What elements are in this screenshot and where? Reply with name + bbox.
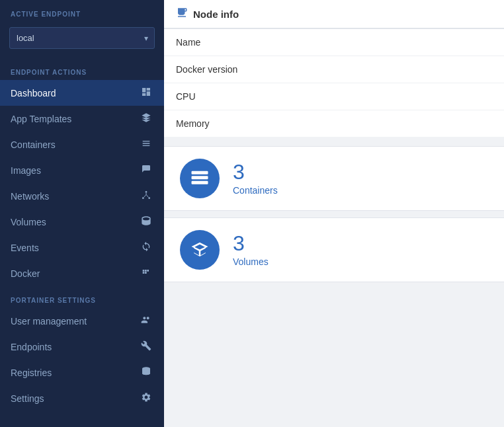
node-info-name-label: Name <box>176 37 200 48</box>
endpoint-select[interactable]: local <box>9 27 155 49</box>
svg-point-2 <box>148 197 150 199</box>
sidebar-item-dashboard[interactable]: Dashboard <box>0 80 164 106</box>
docker-icon <box>139 267 153 280</box>
sidebar-item-containers[interactable]: Containers <box>0 132 164 157</box>
images-label: Images <box>11 165 41 176</box>
volumes-label: Volumes <box>11 217 46 227</box>
containers-count: 3 <box>233 161 278 182</box>
node-info-icon <box>176 7 188 21</box>
sidebar: ACTIVE ENDPOINT local ENDPOINT ACTIONS D… <box>0 0 164 427</box>
events-icon <box>139 241 153 254</box>
svg-point-0 <box>146 191 147 193</box>
sidebar-item-networks[interactable]: Networks <box>0 183 164 209</box>
node-info-memory-label: Memory <box>176 118 210 129</box>
svg-point-1 <box>142 197 144 199</box>
docker-label: Docker <box>11 268 40 279</box>
settings-icon <box>139 392 153 405</box>
sidebar-item-volumes[interactable]: Volumes <box>0 209 164 235</box>
registries-icon <box>139 366 153 379</box>
endpoints-label: Endpoints <box>11 342 52 352</box>
sidebar-item-endpoints[interactable]: Endpoints <box>0 334 164 360</box>
svg-rect-4 <box>192 171 208 175</box>
user-management-label: User management <box>11 316 87 327</box>
node-info-title: Node info <box>193 9 239 20</box>
volumes-count: 3 <box>233 233 269 254</box>
volumes-stat-icon <box>180 230 220 270</box>
containers-stat-icon <box>180 159 220 198</box>
main-content: Node info Name Docker version CPU Memory <box>164 0 504 427</box>
app-templates-icon <box>139 112 153 125</box>
sidebar-item-docker[interactable]: Docker <box>0 260 164 286</box>
user-management-icon <box>139 315 153 327</box>
containers-label: Containers <box>233 185 278 196</box>
portainer-settings-label: PORTAINER SETTINGS <box>0 286 164 308</box>
svg-rect-6 <box>192 181 208 184</box>
app-templates-label: App Templates <box>11 114 71 124</box>
endpoint-actions-label: ENDPOINT ACTIONS <box>0 58 164 80</box>
containers-icon <box>139 138 153 151</box>
node-info-row-docker-version: Docker version <box>164 56 504 83</box>
node-info-table: Name Docker version CPU Memory <box>164 28 504 137</box>
sidebar-item-events[interactable]: Events <box>0 235 164 260</box>
node-info-row-cpu: CPU <box>164 83 504 110</box>
stats-grid: 3 Containers 3 Volumes <box>164 146 504 289</box>
registries-label: Registries <box>11 368 52 378</box>
events-label: Events <box>11 243 39 253</box>
dashboard-label: Dashboard <box>11 88 56 98</box>
volumes-stat-card: 3 Volumes <box>164 217 504 282</box>
active-endpoint-label: ACTIVE ENDPOINT <box>0 0 164 22</box>
sidebar-item-settings[interactable]: Settings <box>0 385 164 411</box>
node-info-header: Node info <box>164 0 504 28</box>
endpoints-icon <box>139 340 153 353</box>
endpoint-selector[interactable]: local <box>9 27 155 49</box>
volumes-icon <box>139 215 153 228</box>
node-info-cpu-label: CPU <box>176 91 196 102</box>
node-info-docker-version-label: Docker version <box>176 64 237 75</box>
containers-stat-info: 3 Containers <box>233 161 278 196</box>
containers-stat-card: 3 Containers <box>164 146 504 211</box>
settings-label: Settings <box>11 393 44 404</box>
volumes-stat-info: 3 Volumes <box>233 233 269 267</box>
dashboard-icon <box>139 87 153 99</box>
networks-icon <box>139 190 153 202</box>
sidebar-item-images[interactable]: Images <box>0 157 164 183</box>
node-info-row-name: Name <box>164 29 504 56</box>
sidebar-item-registries[interactable]: Registries <box>0 360 164 385</box>
networks-label: Networks <box>11 191 49 202</box>
volumes-label: Volumes <box>233 256 269 267</box>
svg-rect-5 <box>192 176 208 179</box>
sidebar-item-user-management[interactable]: User management <box>0 308 164 334</box>
node-info-row-memory: Memory <box>164 110 504 137</box>
sidebar-item-app-templates[interactable]: App Templates <box>0 106 164 132</box>
images-icon <box>139 164 153 176</box>
containers-label: Containers <box>11 139 56 150</box>
